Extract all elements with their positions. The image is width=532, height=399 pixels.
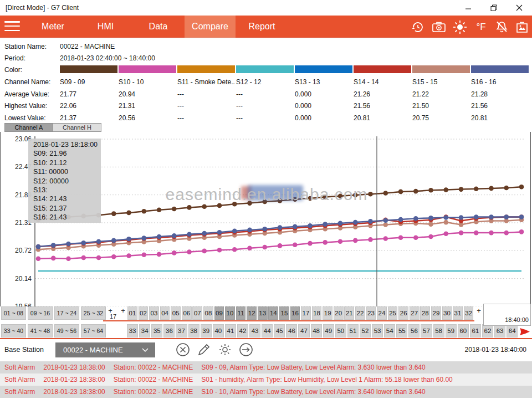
expand-plus-button[interactable]: + xyxy=(475,306,483,318)
image-export-icon[interactable] xyxy=(514,20,530,34)
channel-cell-29[interactable]: 29 xyxy=(431,306,441,320)
channel-cell-63[interactable]: 63 xyxy=(494,324,505,337)
channel-color-swatch[interactable] xyxy=(236,65,294,73)
expand-plus-button[interactable]: + xyxy=(119,306,127,318)
channel-cell-18[interactable]: 18 xyxy=(312,306,322,320)
channel-cell-46[interactable]: 46 xyxy=(286,324,297,337)
channel-cell-49[interactable]: 49 xyxy=(323,324,334,337)
channel-cell-43[interactable]: 43 xyxy=(249,324,260,337)
channel-group-button[interactable]: 01 ~ 08 xyxy=(1,306,26,320)
channel-color-swatch[interactable] xyxy=(295,65,352,73)
channel-cell-40[interactable]: 40 xyxy=(213,324,224,337)
channel-cell-04[interactable]: 04 xyxy=(160,306,170,320)
channel-cell-53[interactable]: 53 xyxy=(372,324,383,337)
bell-muted-icon[interactable] xyxy=(493,20,510,34)
channel-cell-23[interactable]: 23 xyxy=(366,306,376,320)
channel-cell-64[interactable]: 64 xyxy=(507,324,518,337)
channel-cell-01[interactable]: 01 xyxy=(127,306,137,320)
channel-cell-20[interactable]: 20 xyxy=(334,306,344,320)
channel-cell-37[interactable]: 37 xyxy=(176,324,187,337)
channel-cell-25[interactable]: 25 xyxy=(388,306,398,320)
channel-color-swatch[interactable] xyxy=(60,65,117,73)
close-button[interactable] xyxy=(507,0,532,16)
channel-color-swatch[interactable] xyxy=(119,65,176,73)
channel-cell-56[interactable]: 56 xyxy=(408,324,420,337)
channel-cell-59[interactable]: 59 xyxy=(446,324,457,337)
minimize-button[interactable] xyxy=(456,0,481,16)
channel-cell-33[interactable]: 33 xyxy=(127,324,138,337)
channel-group-button[interactable]: 33 ~ 40 xyxy=(1,324,26,337)
channel-cell-52[interactable]: 52 xyxy=(360,324,371,337)
restore-button[interactable] xyxy=(481,0,507,16)
gear-icon[interactable] xyxy=(217,342,233,357)
channel-color-swatch[interactable] xyxy=(412,65,470,73)
channel-cell-11[interactable]: 11 xyxy=(236,306,246,320)
channel-cell-36[interactable]: 36 xyxy=(163,324,175,337)
channel-color-swatch[interactable] xyxy=(177,65,235,73)
channel-cell-05[interactable]: 05 xyxy=(171,306,181,320)
channel-cell-22[interactable]: 22 xyxy=(355,306,365,320)
channel-cell-45[interactable]: 45 xyxy=(274,324,285,337)
channel-cell-02[interactable]: 02 xyxy=(139,306,149,320)
channel-cell-12[interactable]: 12 xyxy=(247,306,257,320)
channel-cell-21[interactable]: 21 xyxy=(344,306,354,320)
fahrenheit-toggle[interactable]: °F xyxy=(473,20,489,34)
channel-cell-38[interactable]: 38 xyxy=(188,324,200,337)
channel-cell-55[interactable]: 55 xyxy=(396,324,407,337)
channel-group-button[interactable]: 25 ~ 32 xyxy=(81,306,106,320)
channel-cell-28[interactable]: 28 xyxy=(420,306,430,320)
channel-cell-24[interactable]: 24 xyxy=(377,306,387,320)
channel-cell-26[interactable]: 26 xyxy=(398,306,408,320)
nav-tab-hmi[interactable]: HMI xyxy=(79,16,132,38)
nav-tab-report[interactable]: Report xyxy=(236,16,288,38)
channel-cell-16[interactable]: 16 xyxy=(290,306,300,320)
tab-channel-h[interactable]: Channel H xyxy=(53,123,101,132)
channel-cell-57[interactable]: 57 xyxy=(421,324,432,337)
channel-cell-61[interactable]: 61 xyxy=(470,324,481,337)
cancel-circle-icon[interactable] xyxy=(175,342,191,357)
channel-group-button[interactable]: 57 ~ 64 xyxy=(81,324,106,337)
sync-clock-icon[interactable] xyxy=(410,20,426,34)
channel-cell-54[interactable]: 54 xyxy=(384,324,395,337)
nav-tab-data[interactable]: Data xyxy=(132,16,185,38)
pencil-icon[interactable] xyxy=(196,342,212,357)
channel-cell-13[interactable]: 13 xyxy=(258,306,268,320)
channel-group-button[interactable]: 17 ~ 24 xyxy=(54,306,79,320)
channel-cell-10[interactable]: 10 xyxy=(225,306,235,320)
channel-group-button[interactable]: 49 ~ 56 xyxy=(54,324,79,337)
channel-cell-35[interactable]: 35 xyxy=(151,324,162,337)
channel-cell-15[interactable]: 15 xyxy=(279,306,289,320)
channel-cell-31[interactable]: 31 xyxy=(453,306,463,320)
next-page-arrow[interactable] xyxy=(519,326,531,337)
channel-cell-30[interactable]: 30 xyxy=(442,306,452,320)
channel-cell-09[interactable]: 09 xyxy=(214,306,224,320)
arrow-circle-icon[interactable] xyxy=(238,342,254,357)
channel-color-swatch[interactable] xyxy=(354,65,411,73)
channel-cell-06[interactable]: 06 xyxy=(182,306,192,320)
camera-icon[interactable] xyxy=(431,20,447,34)
channel-cell-62[interactable]: 62 xyxy=(482,324,493,337)
channel-cell-14[interactable]: 14 xyxy=(268,306,278,320)
sun-icon[interactable] xyxy=(452,20,468,34)
channel-cell-32[interactable]: 32 xyxy=(464,306,474,320)
alarm-row[interactable]: Soft Alarm2018-01-23 18:38:00Station: 00… xyxy=(0,386,532,398)
channel-group-button[interactable]: 09 ~ 16 xyxy=(28,306,53,320)
channel-cell-08[interactable]: 08 xyxy=(203,306,213,320)
nav-tab-compare[interactable]: Compare xyxy=(185,16,236,38)
channel-cell-41[interactable]: 41 xyxy=(225,324,236,337)
channel-cell-34[interactable]: 34 xyxy=(139,324,150,337)
channel-cell-50[interactable]: 50 xyxy=(335,324,346,337)
channel-cell-42[interactable]: 42 xyxy=(237,324,248,337)
channel-cell-19[interactable]: 19 xyxy=(323,306,332,320)
tab-channel-a[interactable]: Channel A xyxy=(4,123,53,132)
base-station-dropdown[interactable]: 00022 - MACHINE xyxy=(55,342,155,357)
channel-cell-47[interactable]: 47 xyxy=(298,324,309,337)
channel-cell-27[interactable]: 27 xyxy=(410,306,420,320)
channel-cell-03[interactable]: 03 xyxy=(149,306,159,320)
channel-cell-60[interactable]: 60 xyxy=(458,324,469,337)
menu-icon[interactable] xyxy=(4,21,20,32)
alarm-row[interactable]: Soft Alarm2018-01-23 18:38:00Station: 00… xyxy=(0,361,532,374)
channel-cell-44[interactable]: 44 xyxy=(262,324,273,337)
channel-group-button[interactable]: 41 ~ 48 xyxy=(28,324,53,337)
nav-tab-meter[interactable]: Meter xyxy=(27,16,79,38)
